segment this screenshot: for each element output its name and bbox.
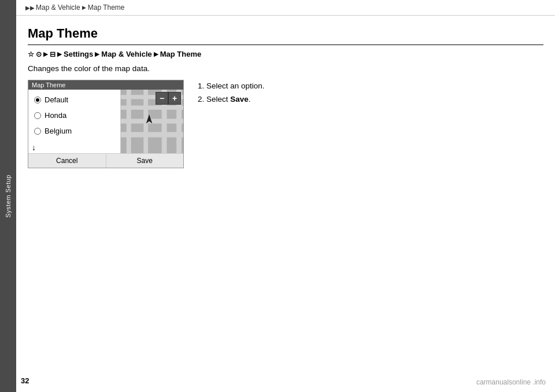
list-item-honda-label: Honda [45,111,66,120]
map-zoom-in-button[interactable]: + [168,92,181,105]
radio-default[interactable] [34,97,41,103]
svg-rect-5 [127,90,131,153]
breadcrumb-map-theme: Map Theme [88,3,125,12]
list-item-default-label: Default [45,95,68,104]
watermark: carmanualsonline .info [476,378,546,386]
instruction-2-bold: Save [230,95,249,103]
page-number: 32 [21,376,29,385]
instruction-1: 1. Select an option. [198,80,265,93]
list-item-default[interactable]: Default [28,92,120,108]
nav-map-vehicle: Map & Vehicle [101,50,151,58]
breadcrumb: ▶▶ Map & Vehicle ▶ Map Theme [16,0,555,16]
main-content: ▶▶ Map & Vehicle ▶ Map Theme Map Theme ☆… [16,0,555,392]
list-panel: Default Honda Belgium ↓ [28,90,121,153]
map-controls: − + [156,92,181,105]
nav-icon-home: ☆ [28,50,34,58]
list-item-belgium-label: Belgium [45,127,72,135]
radio-honda[interactable] [34,112,41,119]
breadcrumb-separator: ▶ [82,5,86,10]
radio-belgium[interactable] [34,128,41,135]
breadcrumb-arrow-icons: ▶▶ [25,5,35,11]
map-panel: − + [121,90,183,153]
list-item-honda[interactable]: Honda [28,108,120,123]
screenshot-body: Default Honda Belgium ↓ [28,90,183,153]
breadcrumb-map-vehicle: Map & Vehicle [36,3,80,12]
nav-arrow-3: ▶ [95,51,99,57]
page-title: Map Theme [28,26,543,45]
nav-arrow-2: ▶ [57,51,62,57]
list-item-belgium[interactable]: Belgium [28,123,120,139]
instructions: 1. Select an option. 2. Select Save. [198,80,265,106]
nav-arrow-1: ▶ [43,51,48,57]
screenshot-box: Map Theme Default Honda [28,80,184,168]
page-body: Map Theme ☆ ⊙ ▶ ⊟ ▶ Settings ▶ Map & Veh… [16,16,555,392]
screenshot-buttons: Cancel Save [28,153,183,168]
nav-settings: Settings [64,50,93,58]
nav-icon-circle: ⊙ [36,50,42,58]
nav-map-theme: Map Theme [160,50,202,58]
description-text: Changes the color of the map data. [28,64,543,73]
sidebar-label: System Setup [5,175,12,217]
screenshot-title-bar: Map Theme [28,80,183,90]
instruction-2-prefix: 2. Select [198,95,230,103]
scroll-down-arrow: ↓ [32,143,36,152]
nav-path: ☆ ⊙ ▶ ⊟ ▶ Settings ▶ Map & Vehicle ▶ Map… [28,50,543,58]
nav-arrow-4: ▶ [154,51,158,57]
sidebar: System Setup [0,0,16,392]
cancel-button[interactable]: Cancel [28,154,106,168]
nav-icon-menu: ⊟ [50,50,56,58]
content-row: Map Theme Default Honda [28,80,543,168]
save-button[interactable]: Save [106,154,184,168]
instruction-2-suffix: . [249,95,251,103]
map-zoom-out-button[interactable]: − [156,92,168,105]
instruction-2: 2. Select Save. [198,93,265,106]
